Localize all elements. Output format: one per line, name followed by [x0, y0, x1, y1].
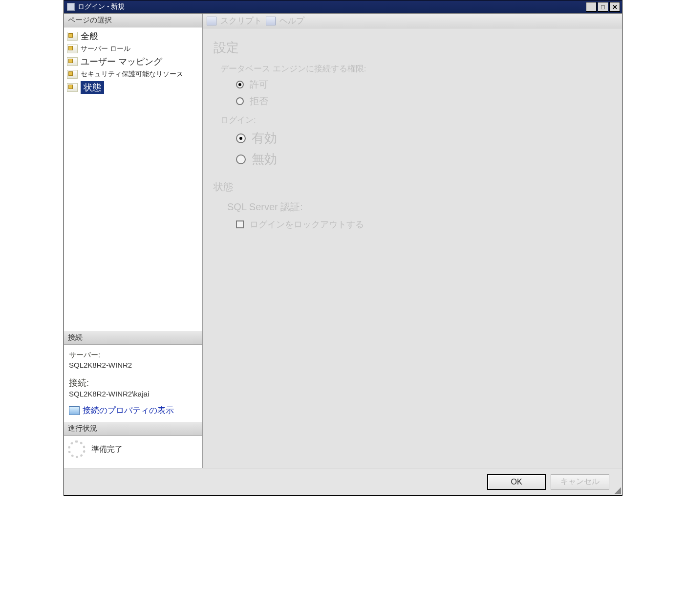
view-connection-properties-link[interactable]: 接続のプロパティの表示 — [69, 405, 197, 416]
radio-icon — [236, 154, 246, 164]
radio-label: 拒否 — [250, 95, 268, 108]
nav-server-roles[interactable]: サーバー ロール — [65, 43, 201, 55]
minimize-button[interactable]: _ — [586, 2, 597, 12]
page-icon — [67, 83, 78, 92]
properties-icon — [69, 406, 80, 415]
radio-icon — [236, 81, 244, 88]
nav-label: 状態 — [81, 81, 104, 94]
cancel-button[interactable]: キャンセル — [551, 474, 609, 490]
radio-icon — [236, 97, 244, 105]
progress-status: 準備完了 — [91, 444, 123, 455]
connection-value: SQL2K8R2-WINR2\kajai — [69, 390, 197, 398]
progress-panel: 進行状況 準備完了 — [64, 422, 202, 468]
checkbox-label: ログインをロックアウトする — [250, 219, 364, 230]
sidebar: ページの選択 全般 サーバー ロール ユーザー マッピング セキュリティ保護可能… — [64, 14, 203, 468]
help-icon — [266, 17, 276, 25]
close-button[interactable]: ✕ — [609, 2, 620, 12]
dialog-footer: OK キャンセル — [64, 468, 622, 495]
page-icon — [67, 44, 78, 53]
page-icon — [67, 70, 78, 79]
permission-grant-radio[interactable]: 許可 — [236, 78, 611, 91]
status-heading: 状態 — [214, 180, 611, 194]
content-toolbar: スクリプト ヘルプ — [203, 14, 622, 28]
connection-label: 接続: — [69, 377, 197, 389]
pages-header: ページの選択 — [64, 14, 202, 27]
resize-grip[interactable] — [612, 485, 621, 494]
nav-label: 全般 — [81, 30, 98, 42]
sqlauth-label: SQL Server 認証: — [227, 200, 611, 214]
script-icon — [207, 17, 216, 25]
progress-header: 進行状況 — [64, 422, 202, 436]
radio-label: 許可 — [250, 78, 268, 91]
window-title: ログイン - 新規 — [78, 2, 586, 11]
nav-label: セキュリティ保護可能なリソース — [81, 70, 183, 79]
nav-label: サーバー ロール — [81, 44, 130, 53]
nav-status[interactable]: 状態 — [65, 80, 201, 95]
button-label: OK — [511, 478, 522, 486]
server-label: サーバー: — [69, 351, 197, 360]
connection-header: 接続 — [64, 331, 202, 345]
help-button[interactable]: ヘルプ — [279, 15, 304, 26]
nav-securables[interactable]: セキュリティ保護可能なリソース — [65, 68, 201, 80]
nav-label: ユーザー マッピング — [81, 56, 162, 67]
body: ページの選択 全般 サーバー ロール ユーザー マッピング セキュリティ保護可能… — [64, 13, 622, 468]
title-bar: ログイン - 新規 _ □ ✕ — [64, 0, 622, 13]
ok-button[interactable]: OK — [487, 474, 546, 490]
nav-user-mapping[interactable]: ユーザー マッピング — [65, 55, 201, 68]
login-enabled-radio[interactable]: 有効 — [236, 130, 611, 147]
login-group-label: ログイン: — [220, 114, 611, 126]
settings-heading: 設定 — [214, 39, 611, 56]
nav-general[interactable]: 全般 — [65, 29, 201, 43]
script-button[interactable]: スクリプト — [220, 15, 262, 26]
connection-panel: 接続 サーバー: SQL2K8R2-WINR2 接続: SQL2K8R2-WIN… — [64, 331, 202, 422]
main-panel: スクリプト ヘルプ 設定 データベース エンジンに接続する権限: 許可 拒否 ロ… — [203, 14, 622, 468]
page-icon — [67, 57, 78, 66]
app-icon — [67, 3, 75, 11]
checkbox-icon — [236, 220, 244, 228]
page-icon — [67, 32, 78, 41]
page-nav: 全般 サーバー ロール ユーザー マッピング セキュリティ保護可能なリソース 状… — [64, 27, 202, 97]
content-area: 設定 データベース エンジンに接続する権限: 許可 拒否 ログイン: 有効 — [203, 28, 622, 235]
button-label: キャンセル — [560, 477, 600, 487]
spinner-icon — [68, 440, 86, 458]
maximize-button[interactable]: □ — [598, 2, 608, 12]
permission-deny-radio[interactable]: 拒否 — [236, 95, 611, 108]
server-value: SQL2K8R2-WINR2 — [69, 361, 197, 369]
link-text: 接続のプロパティの表示 — [83, 405, 174, 416]
permission-group-label: データベース エンジンに接続する権限: — [220, 63, 611, 74]
login-disabled-radio[interactable]: 無効 — [236, 151, 611, 168]
radio-label: 無効 — [252, 151, 277, 168]
lockout-checkbox[interactable]: ログインをロックアウトする — [236, 219, 611, 230]
dialog-window: ログイン - 新規 _ □ ✕ ページの選択 全般 サーバー ロール — [64, 0, 622, 496]
radio-icon — [236, 133, 246, 143]
radio-label: 有効 — [252, 130, 277, 147]
window-controls: _ □ ✕ — [586, 2, 620, 12]
